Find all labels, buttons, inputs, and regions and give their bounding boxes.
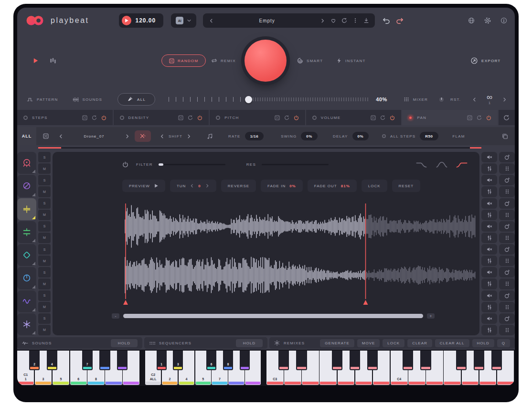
export-button[interactable]: EXPORT bbox=[471, 57, 501, 64]
black-key[interactable]: 2 bbox=[29, 351, 40, 370]
pad-mute-button[interactable] bbox=[481, 152, 497, 162]
black-key[interactable] bbox=[240, 351, 250, 370]
pad-mute-button[interactable] bbox=[481, 175, 497, 185]
generate-button[interactable]: GENERATE bbox=[320, 339, 354, 347]
black-key[interactable] bbox=[296, 351, 307, 370]
loop-length[interactable]: ∞ 1 bbox=[487, 94, 492, 105]
clear-button[interactable]: CLEAR bbox=[407, 339, 432, 347]
fade-out-control[interactable]: FADE OUT 81% bbox=[308, 180, 357, 192]
pad-grid-button[interactable] bbox=[499, 278, 515, 289]
lowpass-filter-button[interactable] bbox=[415, 161, 428, 168]
favorite-button[interactable] bbox=[330, 18, 336, 23]
black-key[interactable] bbox=[403, 351, 413, 370]
all-steps-radio[interactable] bbox=[382, 134, 386, 138]
pad-mute-button[interactable] bbox=[481, 221, 497, 232]
black-key[interactable] bbox=[350, 351, 360, 370]
reverse-button[interactable]: REVERSE bbox=[221, 180, 256, 192]
swing-value[interactable]: 0% bbox=[301, 132, 318, 140]
pad-mute-button[interactable] bbox=[481, 244, 497, 255]
all-pads-toggle[interactable]: ALL bbox=[117, 93, 155, 106]
mute-button[interactable]: M bbox=[38, 233, 51, 243]
undo-button[interactable] bbox=[383, 17, 390, 24]
pad-bomb-button[interactable] bbox=[499, 290, 515, 301]
pad-hihat-open[interactable] bbox=[17, 221, 36, 243]
randomize-all-button[interactable] bbox=[499, 110, 515, 125]
random-button[interactable]: RANDOM bbox=[161, 54, 206, 67]
quantize-button[interactable]: Q bbox=[497, 339, 510, 347]
all-tracks-button[interactable]: ALL bbox=[17, 127, 36, 145]
solo-button[interactable]: S bbox=[38, 267, 51, 278]
preset-prev-button[interactable] bbox=[209, 18, 214, 23]
solo-button[interactable]: S bbox=[38, 290, 51, 301]
remix-hold-button[interactable]: HOLD bbox=[472, 339, 494, 347]
black-key[interactable]: 4 bbox=[47, 351, 57, 370]
info-button[interactable] bbox=[500, 17, 507, 24]
all-steps-value[interactable]: R50 bbox=[420, 132, 438, 140]
instant-button[interactable]: INSTANT bbox=[336, 58, 366, 64]
flam-button[interactable]: FLAM bbox=[453, 134, 465, 139]
solo-button[interactable]: S bbox=[38, 152, 51, 162]
pad-percussion[interactable] bbox=[17, 244, 36, 266]
tab-pitch[interactable]: PITCH bbox=[210, 110, 305, 125]
loop-prev-button[interactable] bbox=[472, 97, 477, 102]
mute-button[interactable]: M bbox=[38, 186, 51, 197]
pad-bomb-button[interactable] bbox=[499, 244, 515, 255]
pattern-tab[interactable]: PATTERN bbox=[27, 96, 58, 103]
settings-button[interactable] bbox=[484, 17, 491, 24]
sounds-hold-button[interactable]: HOLD bbox=[111, 339, 138, 347]
sequencers-hold-button[interactable]: HOLD bbox=[236, 339, 263, 347]
solo-button[interactable]: S bbox=[38, 198, 51, 209]
copy-button[interactable] bbox=[502, 133, 508, 139]
black-key[interactable] bbox=[474, 351, 484, 370]
globe-button[interactable] bbox=[468, 17, 475, 24]
pad-sliders-button[interactable] bbox=[481, 163, 497, 174]
bandpass-filter-button[interactable] bbox=[436, 161, 448, 168]
waveform-display[interactable] bbox=[53, 200, 479, 309]
pad-bomb-button[interactable] bbox=[499, 152, 515, 162]
pad-hihat-closed[interactable] bbox=[17, 198, 36, 220]
black-key[interactable]: 7 bbox=[82, 351, 93, 370]
pad-grid-button[interactable] bbox=[499, 233, 515, 243]
sample-edit-toggle[interactable] bbox=[135, 130, 151, 142]
solo-button[interactable]: S bbox=[38, 221, 51, 232]
pad-fx-wave[interactable] bbox=[17, 290, 36, 312]
shift-right-button[interactable] bbox=[186, 134, 192, 139]
black-key[interactable]: 8 bbox=[223, 351, 233, 370]
zoom-out-button[interactable]: - bbox=[112, 313, 119, 319]
preset-name[interactable]: Empty bbox=[219, 18, 315, 23]
pad-grid-button[interactable] bbox=[499, 186, 515, 197]
pad-tom[interactable] bbox=[17, 267, 36, 289]
shift-left-button[interactable] bbox=[160, 134, 165, 139]
tempo-control[interactable]: 120.00 bbox=[119, 13, 164, 28]
tune-control[interactable]: TUN 0 bbox=[170, 180, 216, 192]
black-key[interactable]: 6 bbox=[206, 351, 216, 370]
remix-lock-button[interactable]: LOCK bbox=[383, 339, 404, 347]
solo-button[interactable]: S bbox=[38, 313, 51, 324]
black-key[interactable] bbox=[367, 351, 378, 370]
preset-next-button[interactable] bbox=[320, 18, 325, 23]
solo-button[interactable]: S bbox=[38, 244, 51, 255]
pad-mute-button[interactable] bbox=[481, 198, 497, 209]
clear-all-button[interactable]: CLEAR ALL bbox=[435, 339, 469, 347]
pad-snare[interactable] bbox=[17, 175, 36, 197]
global-amount-slider[interactable] bbox=[169, 94, 368, 105]
pad-bomb-button[interactable] bbox=[499, 313, 515, 324]
mute-button[interactable]: M bbox=[38, 278, 51, 289]
black-key[interactable] bbox=[456, 351, 467, 370]
solo-button[interactable]: S bbox=[38, 175, 51, 185]
black-key[interactable] bbox=[278, 351, 289, 370]
res-slider[interactable] bbox=[262, 164, 329, 165]
reload-preset-button[interactable] bbox=[341, 18, 347, 23]
sounds-tab[interactable]: SOUNDS bbox=[73, 96, 102, 103]
randomize-sample-button[interactable] bbox=[43, 133, 49, 139]
lock-button[interactable]: LOCK bbox=[362, 180, 387, 192]
pad-mute-button[interactable] bbox=[481, 313, 497, 324]
ai-menu-button[interactable]: AI bbox=[171, 13, 196, 28]
scrollbar-track[interactable] bbox=[123, 314, 423, 318]
slider-knob[interactable] bbox=[245, 96, 252, 103]
pad-grid-button[interactable] bbox=[499, 256, 515, 266]
tab-steps[interactable]: STEPS bbox=[17, 110, 113, 125]
reset-button[interactable]: RESET bbox=[392, 180, 421, 192]
rate-value[interactable]: 1/16 bbox=[245, 132, 264, 140]
preview-button[interactable]: PREVIEW bbox=[122, 180, 165, 192]
